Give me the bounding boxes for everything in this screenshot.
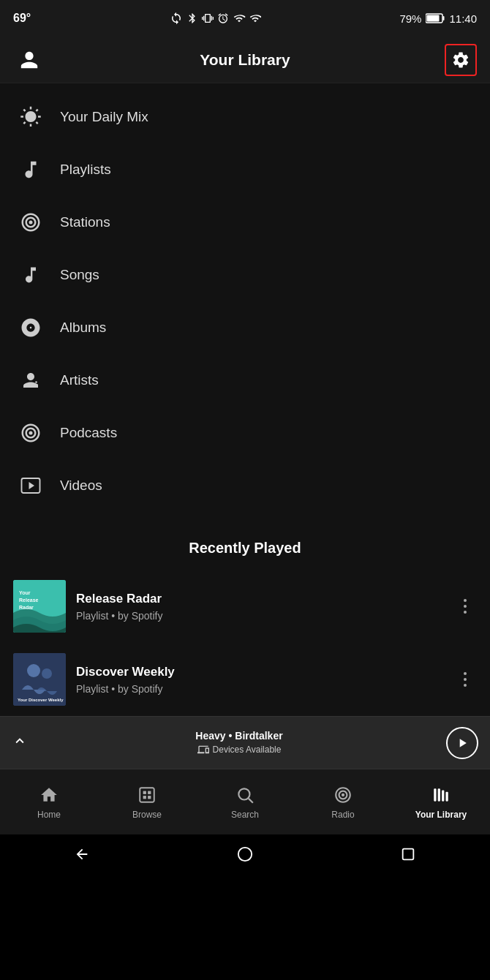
wifi-icon xyxy=(233,12,246,24)
status-temperature: 69° xyxy=(13,12,31,25)
profile-button[interactable] xyxy=(13,44,45,76)
release-radar-name: Release Radar xyxy=(76,592,443,606)
svg-text:Your Discover Weekly: Your Discover Weekly xyxy=(18,698,64,702)
svg-point-28 xyxy=(238,848,252,861)
home-icon xyxy=(39,785,59,805)
recently-played-section: Recently Played Your Release Radar Relea… xyxy=(0,519,490,716)
menu-item-albums[interactable]: Albums xyxy=(0,301,490,354)
gear-icon xyxy=(451,50,470,69)
nav-label-search: Search xyxy=(231,810,259,820)
nav-item-browse[interactable]: Browse xyxy=(98,779,196,826)
chevron-up-icon xyxy=(12,733,28,749)
bottom-navigation: Home Browse Search xyxy=(0,769,490,834)
video-icon xyxy=(18,472,44,499)
back-button[interactable] xyxy=(66,838,98,870)
recents-button[interactable] xyxy=(392,838,424,870)
discover-weekly-thumbnail: Your Discover Weekly xyxy=(13,653,66,706)
signal-icon xyxy=(249,12,261,24)
release-radar-thumbnail: Your Release Radar xyxy=(13,580,66,633)
album-icon xyxy=(18,314,44,341)
release-radar-more-button[interactable] xyxy=(453,590,477,622)
radio-icon xyxy=(18,209,44,235)
menu-item-podcasts[interactable]: Podcasts xyxy=(0,407,490,459)
nav-item-search[interactable]: Search xyxy=(196,779,294,826)
svg-rect-27 xyxy=(446,791,448,801)
nav-item-radio[interactable]: Radio xyxy=(294,779,392,826)
svg-rect-26 xyxy=(442,790,444,801)
svg-rect-20 xyxy=(148,796,151,799)
menu-item-stations[interactable]: Stations xyxy=(0,196,490,249)
svg-point-21 xyxy=(238,788,249,799)
menu-item-playlists[interactable]: Playlists xyxy=(0,143,490,196)
svg-marker-7 xyxy=(29,482,35,489)
podcast-icon xyxy=(18,420,44,446)
svg-rect-19 xyxy=(143,796,146,799)
expand-button[interactable] xyxy=(12,733,28,753)
svg-line-22 xyxy=(249,798,253,802)
browse-svg xyxy=(137,785,157,804)
settings-button[interactable] xyxy=(445,44,477,76)
svg-point-13 xyxy=(27,664,40,677)
device-icon xyxy=(197,744,209,755)
mini-player-info: Heavy • Birdtalker Devices Available xyxy=(39,730,439,755)
discover-weekly-art: Your Discover Weekly xyxy=(13,653,66,706)
menu-item-artists[interactable]: Artists xyxy=(0,354,490,407)
page-title: Your Library xyxy=(45,51,445,69)
svg-rect-2 xyxy=(427,15,440,22)
svg-rect-25 xyxy=(438,788,440,801)
mini-player: Heavy • Birdtalker Devices Available xyxy=(0,716,490,769)
track-item-discover-weekly[interactable]: Your Discover Weekly Discover Weekly Pla… xyxy=(0,643,490,716)
discover-weekly-more-button[interactable] xyxy=(453,663,477,696)
release-radar-sub: Playlist • by Spotify xyxy=(76,610,443,622)
recents-icon xyxy=(400,846,416,862)
status-right: 79% 11:40 xyxy=(399,12,477,25)
svg-point-14 xyxy=(42,668,52,679)
menu-item-songs[interactable]: Songs xyxy=(0,249,490,301)
svg-point-5 xyxy=(29,431,33,435)
discover-weekly-name: Discover Weekly xyxy=(76,665,443,679)
home-circle-icon xyxy=(237,846,253,862)
svg-rect-24 xyxy=(434,788,436,801)
track-item-release-radar[interactable]: Your Release Radar Release Radar Playlis… xyxy=(0,570,490,643)
sync-icon xyxy=(170,12,183,25)
library-icon xyxy=(431,785,451,805)
music-note-icon xyxy=(18,157,44,183)
svg-point-23 xyxy=(342,793,344,796)
mini-song-title: Heavy • Birdtalker xyxy=(39,730,439,742)
play-icon xyxy=(455,736,470,750)
menu-item-daily-mix[interactable]: Your Daily Mix xyxy=(0,91,490,143)
menu-item-videos[interactable]: Videos xyxy=(0,459,490,512)
battery-percent: 79% xyxy=(399,12,421,25)
profile-icon xyxy=(19,50,39,70)
back-icon xyxy=(74,846,90,862)
status-bar: 69° 79% 11:40 xyxy=(0,0,490,37)
menu-label-stations: Stations xyxy=(60,214,110,230)
nav-label-home: Home xyxy=(37,810,61,820)
svg-rect-1 xyxy=(443,16,445,20)
svg-text:Radar: Radar xyxy=(19,605,34,610)
discover-weekly-sub: Playlist • by Spotify xyxy=(76,683,443,695)
nav-label-radio: Radio xyxy=(331,810,354,820)
menu-list: Your Daily Mix Playlists Stations Songs xyxy=(0,83,490,519)
mini-device-text: Devices Available xyxy=(213,745,282,755)
single-note-icon xyxy=(18,262,44,288)
vibrate-icon xyxy=(202,12,214,25)
menu-label-artists: Artists xyxy=(60,372,99,388)
nav-item-home[interactable]: Home xyxy=(0,779,98,826)
sun-icon xyxy=(18,104,44,130)
menu-label-songs: Songs xyxy=(60,267,99,283)
recently-played-title: Recently Played xyxy=(0,519,490,570)
mini-play-button[interactable] xyxy=(446,727,478,759)
nav-item-your-library[interactable]: Your Library xyxy=(392,779,490,826)
app-header: Your Library xyxy=(0,37,490,83)
svg-rect-16 xyxy=(140,788,154,802)
search-icon xyxy=(235,785,255,805)
svg-rect-29 xyxy=(403,849,414,860)
svg-point-3 xyxy=(29,221,33,225)
home-button[interactable] xyxy=(229,838,261,870)
svg-text:Release: Release xyxy=(19,598,39,603)
discover-weekly-info: Discover Weekly Playlist • by Spotify xyxy=(76,665,443,695)
alarm-icon xyxy=(217,12,229,25)
mini-device-info: Devices Available xyxy=(39,744,439,755)
browse-icon xyxy=(137,785,157,805)
